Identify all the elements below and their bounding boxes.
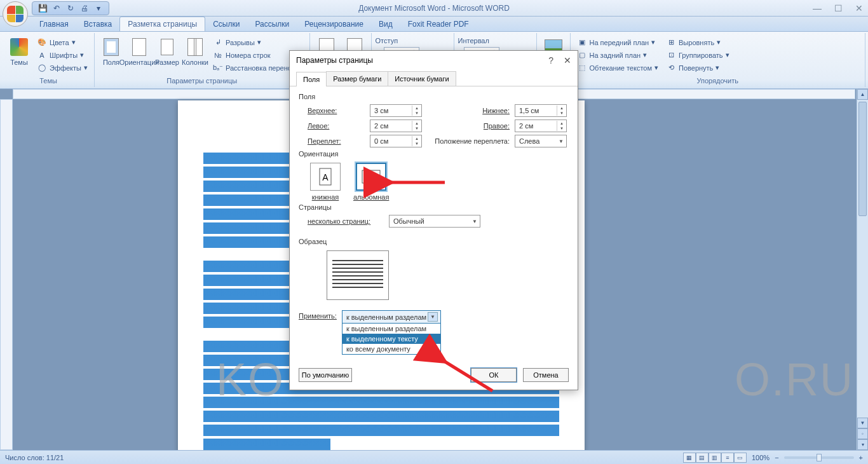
bottom-margin-label: Нижнее: — [427, 107, 510, 114]
text-wrap-button[interactable]: ⬚Обтекание текстом ▾ — [574, 62, 661, 74]
orientation-button[interactable]: Ориентация — [126, 34, 152, 76]
tab-mailings[interactable]: Рассылки — [247, 17, 297, 31]
chevron-down-icon[interactable]: ▼ — [428, 312, 438, 322]
columns-icon — [187, 38, 203, 56]
svg-text:A: A — [322, 172, 329, 182]
breaks-button[interactable]: ↲Разрывы ▾ — [210, 37, 305, 48]
theme-colors-button[interactable]: 🎨Цвета ▾ — [34, 37, 90, 48]
group-button[interactable]: ⊡Группировать ▾ — [663, 50, 732, 61]
breaks-icon: ↲ — [213, 38, 223, 48]
tab-view[interactable]: Вид — [371, 17, 400, 31]
bring-front-button[interactable]: ▣На передний план ▾ — [574, 37, 661, 48]
text-line: ФФФФФФФФФФФФФФФФФФФФФФФФФФФФФФФФФФФФФФФФ… — [203, 439, 330, 450]
pages-section-label: Страницы — [299, 203, 569, 211]
group-icon: ⊡ — [666, 50, 676, 60]
left-margin-input[interactable]: 2 см▲▼ — [370, 119, 422, 132]
dialog-tab-source[interactable]: Источник бумаги — [388, 71, 456, 86]
redo-icon[interactable]: ↻ — [65, 3, 76, 13]
window-title: Документ Microsoft Word - Microsoft WORD — [358, 4, 510, 13]
zoom-slider[interactable] — [784, 456, 854, 459]
align-icon: ⊞ — [666, 38, 676, 48]
dialog-tab-paper[interactable]: Размер бумаги — [326, 71, 388, 86]
apply-option-selected-text[interactable]: к выделенному тексту — [342, 334, 440, 344]
save-icon[interactable]: 💾 — [37, 3, 48, 13]
gutter-input[interactable]: 0 см▲▼ — [370, 135, 422, 147]
next-page-icon[interactable]: ▾ — [857, 439, 868, 450]
watermark-text: O.RU — [735, 353, 854, 406]
vertical-ruler[interactable] — [0, 99, 13, 450]
tab-references[interactable]: Ссылки — [205, 17, 247, 31]
gutter-label: Переплет: — [308, 137, 365, 145]
apply-option-sections[interactable]: к выделенным разделам — [342, 324, 440, 334]
word-count[interactable]: Число слов: 11/21 — [5, 454, 64, 461]
undo-icon[interactable]: ↶ — [51, 3, 62, 13]
print-icon[interactable]: 🖨 — [79, 3, 90, 13]
maximize-button[interactable]: ☐ — [834, 3, 843, 13]
right-margin-input[interactable]: 2 см▲▼ — [515, 119, 567, 132]
vertical-scrollbar[interactable]: ▲ ▼ ◦ ▾ — [857, 89, 868, 450]
dialog-help-button[interactable]: ? — [548, 55, 553, 65]
zoom-out-button[interactable]: − — [775, 454, 778, 461]
web-layout-view-icon[interactable]: ▥ — [709, 453, 721, 463]
ribbon-group-themes: Темы 🎨Цвета ▾ AШрифты ▾ ◯Эффекты ▾ Темы — [3, 33, 95, 87]
gutter-pos-label: Положение переплета: — [427, 137, 510, 145]
gutter-pos-select[interactable]: Слева▼ — [515, 135, 567, 147]
svg-line-5 — [443, 360, 492, 391]
themes-icon — [10, 38, 28, 56]
scroll-down-icon[interactable]: ▼ — [857, 418, 868, 428]
size-icon — [161, 39, 173, 55]
rotate-button[interactable]: ⟲Повернуть ▾ — [663, 62, 732, 74]
zoom-in-button[interactable]: + — [859, 454, 863, 461]
send-back-button[interactable]: ▢На задний план ▾ — [574, 50, 661, 61]
apply-to-select[interactable]: к выделенным разделам▼ к выделенным разд… — [342, 310, 441, 355]
tab-home[interactable]: Главная — [32, 17, 76, 31]
multi-pages-select[interactable]: Обычный▼ — [389, 215, 480, 228]
ribbon-group-page-setup: Поля Ориентация Размер Колонки ↲Разрывы … — [95, 33, 309, 87]
qat-dropdown-icon[interactable]: ▾ — [93, 3, 104, 13]
dialog-close-button[interactable]: ✕ — [564, 55, 571, 65]
top-margin-label: Верхнее: — [308, 107, 365, 114]
draft-view-icon[interactable]: ▭ — [734, 453, 747, 463]
default-button[interactable]: По умолчанию — [299, 368, 352, 382]
scroll-up-icon[interactable]: ▲ — [857, 89, 868, 100]
prev-page-icon[interactable]: ◦ — [857, 428, 868, 439]
line-numbers-icon: № — [213, 50, 223, 60]
scrollbar-thumb[interactable] — [858, 102, 867, 216]
preview-section-label: Образец — [299, 238, 569, 245]
dialog-tab-margins[interactable]: Поля — [296, 72, 327, 86]
tab-foxit[interactable]: Foxit Reader PDF — [400, 17, 477, 31]
group-label-arrange: Упорядочить — [574, 76, 862, 86]
print-layout-view-icon[interactable]: ▦ — [683, 453, 696, 463]
columns-button[interactable]: Колонки — [182, 34, 208, 76]
text-line: ФФФФФФФФФФФФФФФФФФФФФФФФФФФФФФФФФФФФФФФФ… — [203, 425, 559, 436]
annotation-arrow-1 — [381, 173, 451, 194]
tab-page-layout[interactable]: Разметка страницы — [119, 17, 205, 31]
office-button[interactable] — [3, 1, 28, 27]
cancel-button[interactable]: Отмена — [523, 368, 569, 382]
right-margin-label: Правое: — [427, 122, 510, 130]
minimize-button[interactable]: — — [813, 3, 822, 13]
align-button[interactable]: ⊞Выровнять ▾ — [663, 37, 732, 48]
watermark-text: KO — [216, 353, 285, 406]
outline-view-icon[interactable]: ≡ — [721, 453, 734, 463]
view-mode-buttons: ▦ ▤ ▥ ≡ ▭ — [683, 453, 747, 463]
bottom-margin-input[interactable]: 1,5 см▲▼ — [515, 104, 567, 117]
text-line: ФФФФФФФФФФФФФФФФФФФФФФФФФФФФФФФФФФФФФФФФ… — [203, 411, 559, 422]
close-button[interactable]: ✕ — [855, 3, 863, 13]
theme-effects-button[interactable]: ◯Эффекты ▾ — [34, 62, 90, 74]
theme-fonts-button[interactable]: AШрифты ▾ — [34, 50, 90, 61]
top-margin-input[interactable]: 3 см▲▼ — [370, 104, 422, 117]
size-button[interactable]: Размер — [154, 34, 180, 76]
zoom-level[interactable]: 100% — [752, 454, 770, 461]
tab-insert[interactable]: Вставка — [76, 17, 120, 31]
tab-review[interactable]: Рецензирование — [297, 17, 371, 31]
themes-button[interactable]: Темы — [6, 34, 32, 76]
full-screen-view-icon[interactable]: ▤ — [696, 453, 709, 463]
margins-button[interactable]: Поля — [98, 34, 124, 76]
portrait-button[interactable]: A книжная — [308, 163, 343, 201]
hyphenation-icon: bₐ⁻ — [213, 63, 223, 73]
portrait-icon: A — [310, 163, 341, 191]
spacing-header: Интервал — [458, 37, 532, 44]
preview-box — [327, 250, 389, 300]
apply-option-whole-doc[interactable]: ко всему документу — [342, 344, 440, 354]
